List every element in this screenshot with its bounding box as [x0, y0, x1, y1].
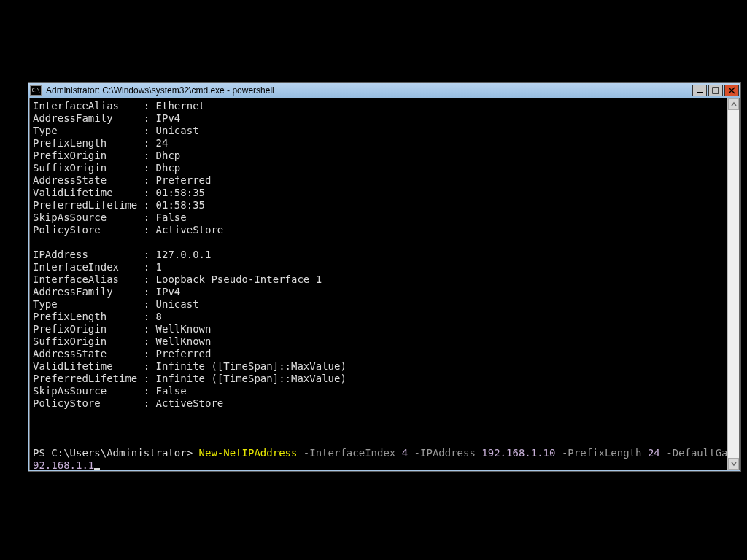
- output-line: PrefixOrigin : Dhcp: [33, 149, 180, 161]
- scroll-up-button[interactable]: [728, 98, 739, 110]
- window-title: Administrator: C:\Windows\system32\cmd.e…: [46, 85, 692, 96]
- output-line: PolicyStore : ActiveStore: [33, 397, 223, 409]
- maximize-button[interactable]: [708, 85, 723, 96]
- vertical-scrollbar[interactable]: [727, 98, 739, 470]
- output-line: SuffixOrigin : Dhcp: [33, 162, 180, 174]
- ps-param: -InterfaceIndex: [297, 447, 401, 459]
- chevron-up-icon: [731, 101, 737, 107]
- window-buttons: [692, 85, 739, 96]
- minimize-icon: [696, 87, 703, 94]
- output-line: PrefixLength : 8: [33, 311, 162, 322]
- chevron-down-icon: [731, 461, 737, 467]
- output-line: PrefixOrigin : WellKnown: [33, 323, 211, 335]
- ps-prompt-path: PS C:\Users\Administrator>: [33, 447, 199, 459]
- output-line: InterfaceAlias : Ethernet: [33, 100, 205, 112]
- scroll-down-button[interactable]: [728, 458, 739, 470]
- ps-cmdlet: New-NetIPAddress: [199, 447, 298, 459]
- output-line: AddressState : Preferred: [33, 174, 211, 186]
- output-line: PrefixLength : 24: [33, 137, 168, 149]
- ps-param: -PrefixLength: [555, 447, 647, 459]
- output-line: IPAddress : 127.0.0.1: [33, 249, 211, 260]
- ps-value: 24: [648, 447, 660, 459]
- output-line: PreferredLifetime : 01:58:35: [33, 199, 205, 211]
- ps-param: -IPAddress: [408, 447, 481, 459]
- output-line: Type : Unicast: [33, 125, 199, 136]
- output-line: AddressState : Preferred: [33, 348, 211, 359]
- text-cursor: [94, 468, 100, 470]
- output-line: InterfaceAlias : Loopback Pseudo-Interfa…: [33, 273, 322, 285]
- output-line: SkipAsSource : False: [33, 385, 187, 397]
- output-line: SkipAsSource : False: [33, 211, 187, 223]
- cmd-icon: C:\: [30, 85, 42, 96]
- ps-value: 192.168.1.10: [481, 447, 555, 459]
- minimize-button[interactable]: [692, 85, 707, 96]
- terminal-output[interactable]: InterfaceAlias : Ethernet AddressFamily …: [30, 98, 727, 470]
- output-line: AddressFamily : IPv4: [33, 112, 180, 124]
- output-line: SuffixOrigin : WellKnown: [33, 335, 211, 347]
- close-button[interactable]: [724, 85, 739, 96]
- close-icon: [728, 87, 735, 94]
- output-line: AddressFamily : IPv4: [33, 286, 180, 298]
- output-line: ValidLifetime : 01:58:35: [33, 187, 205, 198]
- titlebar[interactable]: C:\ Administrator: C:\Windows\system32\c…: [28, 83, 740, 98]
- client-area: InterfaceAlias : Ethernet AddressFamily …: [29, 98, 740, 470]
- prompt-line[interactable]: PS C:\Users\Administrator> New-NetIPAddr…: [33, 447, 727, 459]
- maximize-icon: [712, 87, 719, 94]
- output-line: PolicyStore : ActiveStore: [33, 224, 223, 236]
- svg-rect-1: [713, 88, 719, 93]
- output-line: Type : Unicast: [33, 298, 199, 310]
- output-line: PreferredLifetime : Infinite ([TimeSpan]…: [33, 373, 347, 384]
- output-line: InterfaceIndex : 1: [33, 261, 162, 273]
- ps-value-wrap[interactable]: 92.168.1.1: [33, 459, 94, 470]
- ps-value: 4: [402, 447, 408, 459]
- scroll-track[interactable]: [728, 110, 739, 458]
- output-line: ValidLifetime : Infinite ([TimeSpan]::Ma…: [33, 360, 347, 372]
- cmd-window: C:\ Administrator: C:\Windows\system32\c…: [28, 82, 741, 472]
- ps-param: -DefaultGateway: [660, 447, 727, 459]
